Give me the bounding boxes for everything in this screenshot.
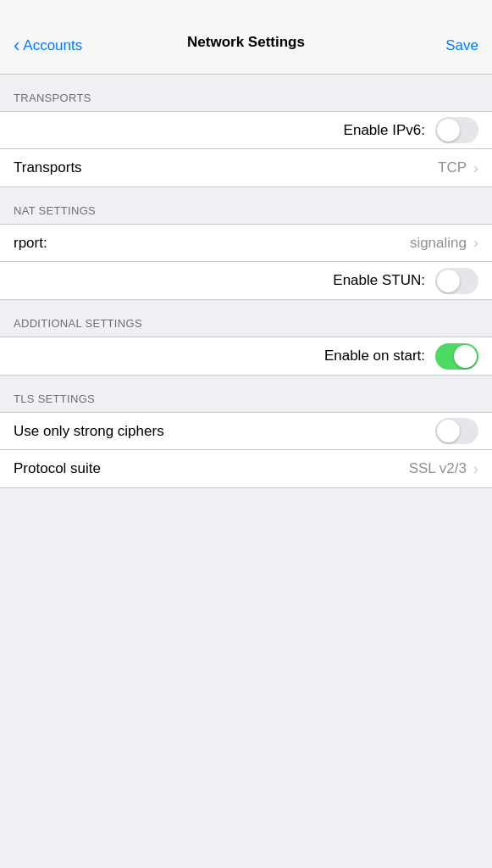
- strong-ciphers-toggle[interactable]: [435, 418, 478, 444]
- chevron-right-icon: ›: [473, 234, 478, 252]
- additional-settings-section-header: ADDITIONAL SETTINGS: [0, 300, 492, 337]
- chevron-right-icon: ›: [473, 159, 478, 177]
- nat-settings-group: rport: signaling › Enable STUN:: [0, 224, 492, 300]
- additional-settings-group: Enable on start:: [0, 337, 492, 376]
- tls-settings-section-header: TLS SETTINGS: [0, 376, 492, 412]
- enable-on-start-label: Enable on start:: [14, 348, 435, 364]
- rport-value: signaling: [410, 235, 467, 252]
- enable-on-start-toggle[interactable]: [435, 343, 478, 370]
- transports-right: TCP ›: [438, 159, 478, 177]
- enable-stun-row: Enable STUN:: [0, 262, 492, 299]
- chevron-left-icon: ‹: [14, 35, 19, 57]
- strong-ciphers-label: Use only strong ciphers: [14, 423, 164, 440]
- bottom-spacer: [0, 488, 492, 658]
- toggle-knob: [437, 270, 460, 292]
- enable-on-start-row: Enable on start:: [0, 337, 492, 375]
- protocol-suite-row[interactable]: Protocol suite SSL v2/3 ›: [0, 450, 492, 487]
- navigation-bar: ‹ Accounts Network Settings Save: [0, 0, 492, 75]
- protocol-suite-label: Protocol suite: [14, 460, 101, 477]
- tls-settings-group: Use only strong ciphers Protocol suite S…: [0, 412, 492, 488]
- enable-ipv6-label: Enable IPv6:: [14, 122, 435, 139]
- protocol-suite-value: SSL v2/3: [409, 460, 467, 477]
- enable-stun-label: Enable STUN:: [14, 272, 435, 289]
- page-title: Network Settings: [187, 17, 305, 51]
- transports-row[interactable]: Transports TCP ›: [0, 149, 492, 186]
- back-button[interactable]: ‹ Accounts: [14, 35, 82, 57]
- enable-stun-toggle[interactable]: [435, 268, 478, 294]
- transports-value: TCP: [438, 159, 467, 176]
- toggle-knob: [437, 119, 460, 142]
- strong-ciphers-row: Use only strong ciphers: [0, 413, 492, 450]
- rport-label: rport:: [14, 235, 47, 252]
- protocol-suite-right: SSL v2/3 ›: [409, 460, 478, 478]
- transports-label: Transports: [14, 159, 82, 176]
- toggle-knob: [454, 345, 477, 368]
- enable-ipv6-row: Enable IPv6:: [0, 112, 492, 149]
- save-button[interactable]: Save: [445, 37, 478, 54]
- transports-group: Enable IPv6: Transports TCP ›: [0, 111, 492, 187]
- chevron-right-icon: ›: [473, 460, 478, 478]
- transports-section-header: TRANSPORTS: [0, 75, 492, 111]
- nat-settings-section-header: NAT SETTINGS: [0, 187, 492, 224]
- enable-ipv6-toggle[interactable]: [435, 117, 478, 143]
- rport-row[interactable]: rport: signaling ›: [0, 225, 492, 262]
- rport-right: signaling ›: [410, 234, 478, 252]
- toggle-knob: [437, 420, 460, 442]
- back-label: Accounts: [23, 37, 82, 54]
